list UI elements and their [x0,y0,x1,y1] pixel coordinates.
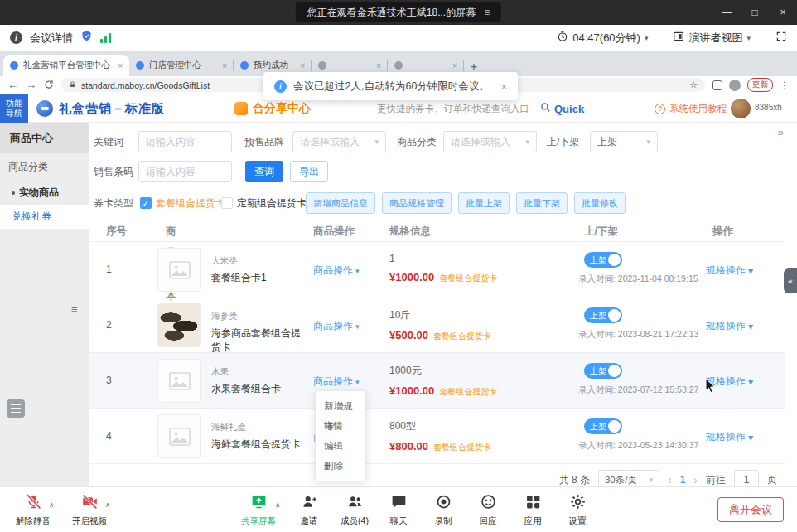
expand-caret-icon[interactable]: ∧ [275,501,280,509]
sidebar-item-gift-voucher[interactable]: 兑换礼券 [0,205,89,229]
tab-close-icon[interactable]: × [376,61,381,70]
tab-close-icon[interactable]: × [452,61,457,70]
checkbox-fixed-card-label[interactable]: 定额组合提货卡 [237,192,307,214]
apps-button[interactable]: 应用 [512,491,553,530]
banner-menu-icon[interactable]: ≡ [484,7,490,18]
browser-profile-icon[interactable] [729,80,741,91]
invite-button[interactable]: 邀请 [288,491,330,530]
spec-op-dropdown[interactable]: 规格操作▾ [706,319,753,333]
export-button[interactable]: 导出 [290,161,328,182]
brand-select[interactable]: 请选择或输入 ▾ [292,131,386,152]
product-name: 海鲜套餐组合提货卡 [211,438,309,452]
batch-edit-button[interactable]: 批量修改 [574,192,626,214]
select-caret-icon: ▾ [646,138,650,146]
row-index: 1 [106,264,112,275]
members-button[interactable]: 成员(4) [333,491,376,530]
browser-menu-icon[interactable]: ⋮ [780,80,790,91]
bookmark-star-icon[interactable]: ☆ [689,80,698,90]
refresh-icon[interactable] [44,78,54,93]
expand-caret-icon[interactable]: ∧ [105,501,110,509]
shelf-toggle[interactable]: 上架 [584,307,622,323]
tab-close-icon[interactable]: × [222,61,227,70]
entry-time: 录入时间: 2023-08-21 17:22:13 [578,329,719,341]
network-signal-icon [100,33,111,43]
floating-panel-button[interactable] [7,399,25,418]
menu-item-delete[interactable]: 删除 [316,456,365,476]
checkbox-combo-card-label[interactable]: 套餐组合提货卡 [156,192,225,214]
card-type-tag: 套餐组合提货卡 [433,443,491,452]
tab-close-icon[interactable]: × [300,61,305,70]
fullscreen-icon[interactable] [775,31,787,46]
header-index: 序号 [106,220,127,242]
unmute-button[interactable]: ∧ 解除静音 [10,491,56,530]
expand-caret-icon[interactable]: ∧ [49,501,54,509]
tutorial-link[interactable]: ? 系统使用教程 [655,94,727,123]
checkbox-fixed-card[interactable] [221,197,233,209]
keyword-label: 关键词 [94,131,123,152]
spec-manage-button[interactable]: 商品规格管理 [382,192,452,214]
chat-button[interactable]: 聊天 [378,491,419,530]
forward-icon[interactable]: → [26,79,36,91]
settings-button[interactable]: 设置 [557,491,598,530]
browser-tab[interactable]: 门店管理中心 × [129,55,234,76]
shelf-toggle[interactable]: 上架 [584,418,622,434]
back-icon[interactable]: ← [7,79,18,91]
batch-on-shelf-button[interactable]: 批量上架 [458,192,510,214]
search-button[interactable]: 查询 [245,161,283,182]
select-caret-icon: ▾ [525,138,529,146]
right-edge-collapse-tab[interactable]: « [784,268,797,293]
product-op-dropdown[interactable]: 商品操作▾ [313,319,360,333]
checkbox-combo-card[interactable]: ✓ [140,197,152,209]
prev-page-icon[interactable]: ‹ [668,473,672,486]
select-caret-icon: ▾ [374,138,379,146]
panel-collapse-icon[interactable]: » [778,126,784,138]
browser-tab-active[interactable]: 礼盒营销平台管理中心 × [3,55,129,76]
tab-favicon [10,61,18,70]
record-button[interactable]: 录制 [423,491,464,530]
close-button[interactable]: × [769,0,797,25]
menu-item-detail[interactable]: 详情 [316,416,365,436]
barcode-input[interactable] [138,161,232,182]
quick-search-link[interactable]: Quick [540,94,584,123]
browser-update-badge[interactable]: 更新 [747,78,773,92]
bullet-icon [12,191,15,195]
shelf-toggle[interactable]: 上架 [584,252,622,268]
menu-item-edit[interactable]: 编辑 [316,436,365,456]
category-select[interactable]: 请选择或输入 ▾ [443,131,537,152]
spec-op-dropdown[interactable]: 规格操作▾ [706,430,753,444]
minimize-button[interactable]: — [712,0,741,25]
product-image [157,303,201,347]
keyword-input[interactable] [138,131,232,152]
leave-meeting-button[interactable]: 离开会议 [717,497,784,522]
function-nav-button[interactable]: 功能 导航 [0,94,28,123]
product-op-dropdown[interactable]: 商品操作▾ [313,375,360,389]
product-op-dropdown[interactable]: 商品操作▾ [313,264,360,278]
next-page-icon[interactable]: › [693,473,698,486]
meeting-timer[interactable]: 04:47(60分钟) ▾ [557,31,648,46]
shelf-select[interactable]: 上架 ▾ [590,131,658,152]
share-screen-button[interactable]: ∧ 共享屏幕 [234,491,283,530]
meeting-details-link[interactable]: 会议详情 [30,31,73,46]
entry-time: 录入时间: 2023-11-04 08:19:15 [578,273,719,285]
select-caret-icon: ▾ [649,476,653,484]
current-page[interactable]: 1 [680,474,686,486]
meeting-toolbar: ∧ 解除静音 ∧ 开启视频 ∧ 共享屏幕 邀请 成员(4) 聊天 [0,486,797,532]
batch-off-shelf-button[interactable]: 批量下架 [516,192,568,214]
shelf-toggle[interactable]: 上架 [584,363,622,379]
sidebar-item-physical-goods[interactable]: 实物商品 [0,181,89,205]
user-avatar[interactable] [731,99,751,118]
price-text: ¥1000.00 [389,271,434,283]
reaction-button[interactable]: 回应 [467,491,509,530]
spec-op-dropdown[interactable]: 规格操作▾ [706,264,753,278]
toast-close-icon[interactable]: × [501,80,508,93]
start-video-button[interactable]: ∧ 开启视频 [66,491,113,530]
add-product-button[interactable]: 新增商品信息 [306,192,375,214]
maximize-button[interactable]: □ [741,0,769,25]
sidebar-collapse-icon[interactable]: ≡ [71,303,78,316]
sidebar-item-category[interactable]: 商品分类 [0,153,89,181]
tab-close-icon[interactable]: × [118,61,123,70]
product-name: 水果套餐组合卡 [211,382,309,396]
menu-item-add-spec[interactable]: 新增规格 [316,396,365,416]
extensions-icon[interactable] [712,80,722,90]
view-mode-selector[interactable]: 演讲者视图 ▾ [673,31,751,46]
